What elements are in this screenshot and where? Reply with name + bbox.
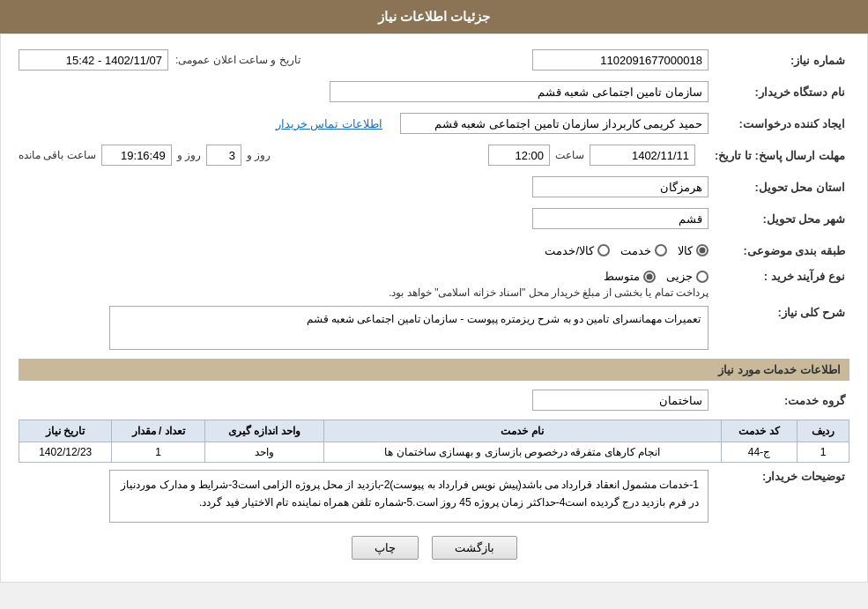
category-label: طبقه بندی موضوعی: — [708, 244, 849, 257]
print-button[interactable]: چاپ — [352, 536, 419, 560]
process-radio-group: جزیی متوسط — [389, 270, 708, 283]
announce-value: 1402/11/07 - 15:42 — [19, 49, 168, 71]
col-header-date: تاریخ نیاز — [19, 420, 112, 442]
deadline-remaining-label-pre: روز و — [177, 149, 201, 161]
category-option-service[interactable]: خدمت — [620, 244, 667, 257]
category-radio-kala[interactable] — [696, 244, 708, 256]
service-group-label: گروه خدمت: — [708, 394, 849, 407]
deadline-time: 12:00 — [488, 145, 550, 166]
process-radio-medium[interactable] — [643, 271, 656, 283]
deadline-date: 1402/11/11 — [590, 145, 695, 166]
col-header-code: کد خدمت — [721, 420, 798, 442]
need-desc-value: تعمیرات مهمانسرای تامین دو به شرح ریزمتر… — [109, 306, 708, 350]
category-label-kala: کالا — [678, 244, 693, 257]
cell-date: 1402/12/23 — [19, 442, 112, 463]
announce-label: تاریخ و ساعت اعلان عمومی: — [175, 54, 300, 66]
requester-value: حمید کریمی کاربرداز سازمان تامین اجتماعی… — [400, 113, 708, 134]
services-table: ردیف کد خدمت نام خدمت واحد اندازه گیری ت… — [19, 420, 849, 463]
deadline-label: مهلت ارسال پاسخ: تا تاریخ: — [695, 149, 849, 162]
deadline-time-label: ساعت — [555, 149, 584, 161]
buyer-desc-label: توضیحات خریدار: — [708, 470, 849, 483]
contact-link[interactable]: اطلاعات تماس خریدار — [276, 117, 382, 130]
buyer-org-label: نام دستگاه خریدار: — [708, 85, 849, 99]
table-row: 1 ج-44 انجام کارهای متفرقه درخصوص بازساز… — [19, 442, 849, 463]
deadline-remaining: 19:16:49 — [101, 145, 172, 166]
process-label-medium: متوسط — [604, 270, 640, 283]
process-label: نوع فرآیند خرید : — [708, 270, 849, 283]
deadline-remaining-label: ساعت باقی مانده — [19, 149, 96, 161]
category-radio-both[interactable] — [597, 244, 610, 256]
need-desc-label: شرح کلی نیاز: — [708, 306, 849, 319]
service-group-value: ساختمان — [532, 390, 708, 411]
city-label: شهر محل تحویل: — [708, 212, 849, 226]
buttons-row: بازگشت چاپ — [19, 536, 849, 560]
deadline-days-label: روز و — [247, 149, 271, 161]
col-header-unit: واحد اندازه گیری — [204, 420, 323, 442]
city-value: قشم — [532, 208, 708, 229]
requester-label: ایجاد کننده درخواست: — [708, 117, 849, 130]
category-label-service: خدمت — [620, 244, 651, 257]
process-radio-small[interactable] — [696, 271, 708, 283]
process-option-medium[interactable]: متوسط — [604, 270, 656, 283]
province-label: استان محل تحویل: — [708, 181, 849, 194]
col-header-quantity: تعداد / مقدار — [112, 420, 204, 442]
buyer-org-value: سازمان تامین اجتماعی شعبه قشم — [330, 81, 708, 102]
category-option-kala[interactable]: کالا — [678, 244, 708, 257]
back-button[interactable]: بازگشت — [432, 536, 517, 560]
process-option-small[interactable]: جزیی — [666, 270, 708, 283]
cell-name: انجام کارهای متفرقه درخصوص بازسازی و بهس… — [323, 442, 721, 463]
province-value: هرمزگان — [532, 176, 708, 197]
buyer-desc-value: 1-خدمات مشمول انعقاد قرارداد می باشد(پیش… — [109, 470, 708, 523]
cell-unit: واحد — [204, 442, 323, 463]
category-label-both: کالا/خدمت — [545, 244, 594, 257]
col-header-name: نام خدمت — [323, 420, 721, 442]
page-header: جزئیات اطلاعات نیاز — [0, 0, 868, 33]
deadline-days: 3 — [206, 145, 241, 166]
page-title: جزئیات اطلاعات نیاز — [378, 9, 490, 24]
cell-code: ج-44 — [721, 442, 798, 463]
need-number-value: 1102091677000018 — [532, 49, 708, 71]
cell-row: 1 — [798, 442, 849, 463]
need-number-label: شماره نیاز: — [708, 54, 849, 67]
col-header-row: ردیف — [798, 420, 849, 442]
category-option-both[interactable]: کالا/خدمت — [545, 244, 610, 257]
process-note: پرداخت تمام یا بخشی از مبلغ خریدار محل "… — [389, 286, 708, 299]
category-radio-group: کالا خدمت کالا/خدمت — [545, 244, 708, 257]
process-label-small: جزیی — [666, 270, 693, 283]
cell-quantity: 1 — [112, 442, 204, 463]
services-section-header: اطلاعات خدمات مورد نیاز — [19, 359, 849, 381]
category-radio-service[interactable] — [655, 244, 667, 256]
